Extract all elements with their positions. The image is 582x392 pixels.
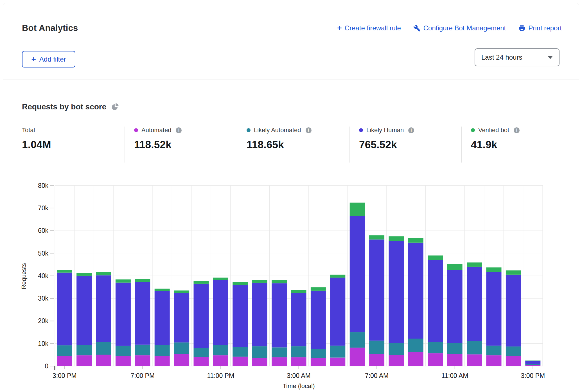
bar-3-likely-human[interactable] — [116, 283, 131, 346]
bar-24-verified-bot[interactable] — [525, 361, 540, 361]
add-filter-button[interactable]: + Add filter — [22, 51, 75, 67]
bar-11-likely-automated[interactable] — [272, 347, 287, 357]
bar-18-likely-human[interactable] — [408, 243, 423, 339]
bar-23-likely-automated[interactable] — [506, 346, 521, 356]
bar-2-likely-human[interactable] — [96, 275, 111, 342]
bar-19-likely-automated[interactable] — [428, 342, 443, 353]
bar-18-likely-automated[interactable] — [408, 339, 423, 352]
bar-23-verified-bot[interactable] — [506, 271, 521, 275]
info-icon[interactable]: i — [306, 127, 312, 133]
bar-24-likely-automated[interactable] — [525, 364, 540, 365]
bar-19-verified-bot[interactable] — [428, 256, 443, 260]
bar-8-likely-human[interactable] — [213, 280, 228, 345]
bar-16-verified-bot[interactable] — [369, 235, 384, 240]
bar-5-verified-bot[interactable] — [155, 289, 170, 291]
bar-20-likely-automated[interactable] — [447, 343, 463, 354]
bar-8-verified-bot[interactable] — [213, 278, 228, 280]
bar-0-automated[interactable] — [57, 356, 72, 366]
bar-1-likely-automated[interactable] — [76, 345, 92, 355]
bar-17-verified-bot[interactable] — [389, 236, 404, 241]
bar-9-automated[interactable] — [233, 357, 248, 366]
bar-18-automated[interactable] — [408, 352, 423, 366]
bar-2-verified-bot[interactable] — [96, 272, 111, 275]
bar-0-verified-bot[interactable] — [57, 270, 72, 272]
bar-15-verified-bot[interactable] — [350, 203, 365, 216]
bar-4-verified-bot[interactable] — [135, 279, 150, 282]
bar-3-verified-bot[interactable] — [116, 280, 131, 283]
bar-12-likely-automated[interactable] — [291, 346, 306, 357]
info-icon[interactable]: i — [408, 127, 414, 133]
bar-21-automated[interactable] — [467, 354, 482, 366]
bar-21-verified-bot[interactable] — [467, 262, 482, 267]
bar-22-verified-bot[interactable] — [486, 267, 502, 272]
bar-20-likely-human[interactable] — [447, 270, 463, 343]
bar-11-automated[interactable] — [272, 357, 287, 366]
info-icon[interactable]: i — [514, 127, 520, 133]
bar-20-verified-bot[interactable] — [447, 264, 463, 270]
bar-20-automated[interactable] — [447, 354, 463, 366]
bar-6-automated[interactable] — [174, 354, 189, 366]
bar-15-likely-human[interactable] — [350, 216, 365, 332]
bar-0-likely-automated[interactable] — [57, 345, 72, 356]
bar-5-likely-human[interactable] — [155, 291, 170, 345]
bar-7-verified-bot[interactable] — [194, 281, 209, 284]
bar-5-likely-automated[interactable] — [155, 345, 170, 356]
bar-17-automated[interactable] — [389, 355, 404, 366]
bar-6-verified-bot[interactable] — [174, 290, 189, 293]
bar-3-likely-automated[interactable] — [116, 346, 131, 356]
bar-24-automated[interactable] — [525, 365, 540, 366]
bar-15-likely-automated[interactable] — [350, 332, 365, 348]
bar-14-likely-automated[interactable] — [330, 346, 345, 358]
bar-9-verified-bot[interactable] — [233, 282, 248, 285]
bar-18-verified-bot[interactable] — [408, 238, 423, 243]
bar-4-automated[interactable] — [135, 355, 150, 366]
bar-0-likely-human[interactable] — [57, 273, 72, 346]
bar-16-automated[interactable] — [369, 354, 384, 366]
bar-19-likely-human[interactable] — [428, 260, 443, 342]
bar-12-verified-bot[interactable] — [291, 290, 306, 293]
bar-2-likely-automated[interactable] — [96, 342, 111, 355]
bar-13-likely-automated[interactable] — [311, 349, 326, 358]
bar-16-likely-automated[interactable] — [369, 341, 384, 354]
bar-17-likely-human[interactable] — [389, 241, 404, 343]
time-range-select[interactable]: Last 24 hours — [475, 48, 560, 66]
bar-11-likely-human[interactable] — [272, 283, 287, 347]
print-report-link[interactable]: Print report — [518, 24, 562, 32]
bar-22-likely-automated[interactable] — [486, 346, 502, 355]
bar-15-automated[interactable] — [350, 348, 365, 366]
bar-9-likely-automated[interactable] — [233, 347, 248, 357]
bar-10-verified-bot[interactable] — [252, 280, 267, 283]
bar-3-automated[interactable] — [116, 356, 131, 366]
bar-22-likely-human[interactable] — [486, 272, 502, 346]
bar-23-likely-human[interactable] — [506, 275, 521, 346]
bar-10-likely-human[interactable] — [252, 283, 267, 346]
bar-6-likely-automated[interactable] — [174, 343, 189, 354]
bar-9-likely-human[interactable] — [233, 285, 248, 347]
bar-13-automated[interactable] — [311, 358, 326, 366]
bar-10-likely-automated[interactable] — [252, 346, 267, 358]
bar-7-likely-human[interactable] — [194, 284, 209, 348]
configure-bot-management-link[interactable]: Configure Bot Management — [413, 24, 506, 32]
bar-12-automated[interactable] — [291, 357, 306, 366]
bar-14-likely-human[interactable] — [330, 278, 345, 346]
bar-8-likely-automated[interactable] — [213, 345, 228, 355]
bar-19-automated[interactable] — [428, 353, 443, 366]
bar-13-likely-human[interactable] — [311, 291, 326, 349]
bar-14-verified-bot[interactable] — [330, 275, 345, 278]
bar-23-automated[interactable] — [506, 356, 521, 366]
bar-8-automated[interactable] — [213, 355, 228, 366]
bar-13-verified-bot[interactable] — [311, 287, 326, 291]
create-firewall-rule-link[interactable]: + Create firewall rule — [337, 24, 401, 32]
bar-7-likely-automated[interactable] — [194, 348, 209, 357]
bar-12-likely-human[interactable] — [291, 293, 306, 346]
bar-1-automated[interactable] — [76, 355, 92, 366]
bar-21-likely-automated[interactable] — [467, 341, 482, 354]
bar-24-likely-human[interactable] — [525, 361, 540, 364]
bar-22-automated[interactable] — [486, 355, 502, 366]
bar-11-verified-bot[interactable] — [272, 280, 287, 283]
bar-4-likely-automated[interactable] — [135, 345, 150, 355]
bar-1-verified-bot[interactable] — [76, 273, 92, 276]
bar-6-likely-human[interactable] — [174, 293, 189, 343]
bar-2-automated[interactable] — [96, 355, 111, 366]
bar-17-likely-automated[interactable] — [389, 343, 404, 355]
